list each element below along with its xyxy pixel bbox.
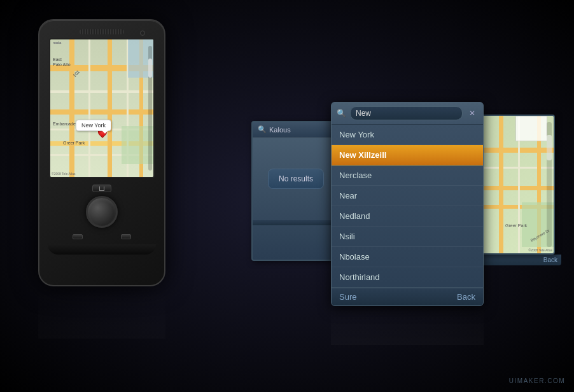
right-back-label[interactable]: Back <box>543 256 557 263</box>
phone-right-button[interactable] <box>121 234 131 239</box>
dropdown-sure-button[interactable]: Sure <box>339 292 356 302</box>
dropdown-item-4[interactable]: Nedland <box>332 206 483 227</box>
phone-left-button[interactable] <box>73 234 83 239</box>
middle-search-text: Kalous <box>269 126 291 134</box>
dropdown-item-2[interactable]: Nerclase <box>332 165 483 186</box>
dropdown-search-icon: 🔍 <box>337 109 346 118</box>
map-copyright: ©2008 Tele Atlas <box>52 172 76 176</box>
dropdown-search-bar: 🔍 ✕ <box>332 102 483 125</box>
map-tooltip: New York <box>76 120 111 131</box>
no-results-area: No results <box>253 137 339 220</box>
map-label-greer: Greer Park <box>63 141 85 145</box>
middle-footer <box>253 220 339 225</box>
phone-controls <box>73 185 131 239</box>
map-background: East Palo Alto 101 Embarcadero Greer Par… <box>50 39 153 177</box>
dropdown-back-button[interactable]: Back <box>457 292 475 302</box>
right-map-label-greer: Greer Park <box>505 223 527 228</box>
phone-camera <box>140 31 145 36</box>
dropdown-panel: 🔍 ✕ New York New Xillzeill Nerclase Near… <box>331 102 484 306</box>
home-icon <box>99 186 104 191</box>
right-map-copyright: ©2008 Tele Atlas <box>528 248 552 252</box>
dropdown-item-6[interactable]: Nbolase <box>332 247 483 267</box>
dropdown-item-0[interactable]: New York <box>332 125 483 145</box>
phone-back-area <box>73 234 131 239</box>
right-footer: Back <box>479 255 561 265</box>
right-map-scrollbar[interactable] <box>547 122 552 247</box>
dropdown-container: 🔍 ✕ New York New Xillzeill Nerclase Near… <box>331 102 484 345</box>
dropdown-reflection <box>331 307 484 345</box>
no-results-badge: No results <box>268 169 324 189</box>
map-label-palo: Palo Alto <box>53 62 71 67</box>
middle-search-bar: 🔍 Kalous <box>253 122 339 137</box>
dropdown-footer: Sure Back <box>332 288 483 305</box>
right-map: Greer Park Bayshore Dr ©2008 Tele Atlas <box>479 115 555 255</box>
dropdown-item-3[interactable]: Near <box>332 186 483 206</box>
dropdown-item-7[interactable]: Northirland <box>332 267 483 288</box>
phone-speaker <box>80 29 124 34</box>
dropdown-item-1[interactable]: New Xillzeill <box>332 145 483 165</box>
watermark: UIMAKER.COM <box>509 377 565 384</box>
dropdown-search-input[interactable] <box>350 106 463 120</box>
phone-bezel-bottom <box>48 244 156 255</box>
middle-screen: 🔍 Kalous No results <box>251 121 340 261</box>
right-map-panel: Greer Park Bayshore Dr ©2008 Tele Atlas … <box>479 115 561 280</box>
middle-search-icon: 🔍 <box>258 125 267 134</box>
dropdown-close-button[interactable]: ✕ <box>466 108 478 119</box>
phone-home-button[interactable] <box>92 185 111 192</box>
dropdown-item-5[interactable]: Nsili <box>332 227 483 247</box>
phone-reflection <box>38 288 165 339</box>
phone-body: East Palo Alto 101 Embarcadero Greer Par… <box>38 19 165 286</box>
map-label-east: East <box>53 57 62 62</box>
phone-screen: East Palo Alto 101 Embarcadero Greer Par… <box>49 38 155 178</box>
phone-trackball[interactable] <box>86 196 118 228</box>
phone-device: East Palo Alto 101 Embarcadero Greer Par… <box>38 19 165 339</box>
map-label-haiku: nada <box>53 41 61 45</box>
map-scrollbar[interactable] <box>148 46 152 171</box>
